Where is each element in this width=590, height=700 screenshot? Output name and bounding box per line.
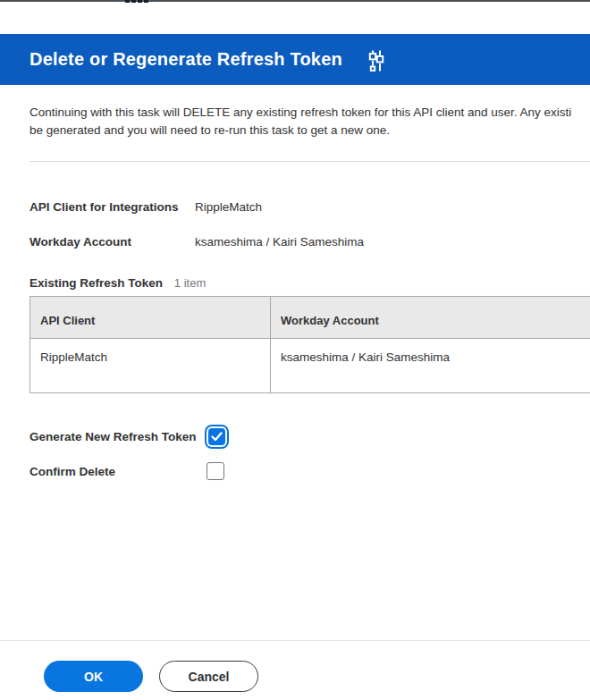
section-divider [30, 161, 590, 162]
column-header-workday-account: Workday Account [271, 297, 590, 339]
checkbox-label: Confirm Delete [30, 465, 206, 478]
cell-api-client: RippleMatch [30, 339, 271, 393]
confirm-delete-row: Confirm Delete [30, 459, 227, 484]
checkbox-group: Generate New Refresh Token Confirm Delet… [30, 424, 227, 484]
grid-item-count: 1 item [174, 276, 206, 290]
field-label: API Client for Integrations [30, 200, 195, 214]
field-label: Workday Account [30, 235, 195, 249]
field-value: ksameshima / Kairi Sameshima [195, 235, 364, 249]
checkmark-icon [211, 432, 223, 442]
task-dialog: Delete or Regenerate Refresh Token Conti… [0, 0, 590, 700]
action-footer: OK Cancel [0, 640, 590, 700]
grid-title: Existing Refresh Token [30, 276, 163, 290]
field-group: API Client for Integrations RippleMatch … [30, 200, 590, 249]
task-header-bar: Delete or Regenerate Refresh Token [0, 34, 590, 85]
page-title: Delete or Regenerate Refresh Token [30, 49, 342, 70]
cancel-button[interactable]: Cancel [159, 661, 258, 692]
cell-workday-account: ksameshima / Kairi Sameshima [271, 339, 590, 393]
window-edge-artifact [131, 0, 136, 3]
confirm-delete-checkbox[interactable] [206, 462, 224, 480]
field-row-api-client: API Client for Integrations RippleMatch [30, 200, 590, 214]
task-description: Continuing with this task will DELETE an… [30, 104, 590, 139]
window-edge-artifact [144, 0, 148, 3]
window-edge-artifact [138, 0, 142, 3]
field-value: RippleMatch [195, 200, 262, 214]
table-row: RippleMatch ksameshima / Kairi Sameshima [30, 339, 590, 393]
table-header-row: API Client Workday Account [30, 297, 590, 339]
grid-header: Existing Refresh Token 1 item [30, 276, 206, 291]
task-description-line: Continuing with this task will DELETE an… [30, 104, 590, 122]
field-row-workday-account: Workday Account ksameshima / Kairi Sames… [30, 235, 590, 249]
existing-refresh-token-table: API Client Workday Account RippleMatch k… [30, 296, 590, 393]
button-row: OK Cancel [44, 661, 590, 692]
column-header-api-client: API Client [30, 297, 271, 339]
task-description-line: be generated and you will need to re-run… [30, 122, 590, 139]
ok-button[interactable]: OK [44, 661, 143, 692]
window-edge-artifact [125, 0, 130, 3]
generate-new-refresh-token-row: Generate New Refresh Token [30, 424, 227, 449]
window-top-edge [0, 0, 590, 2]
related-actions-icon[interactable] [366, 49, 387, 72]
generate-new-refresh-token-checkbox[interactable] [208, 428, 225, 445]
checkbox-label: Generate New Refresh Token [30, 430, 206, 443]
